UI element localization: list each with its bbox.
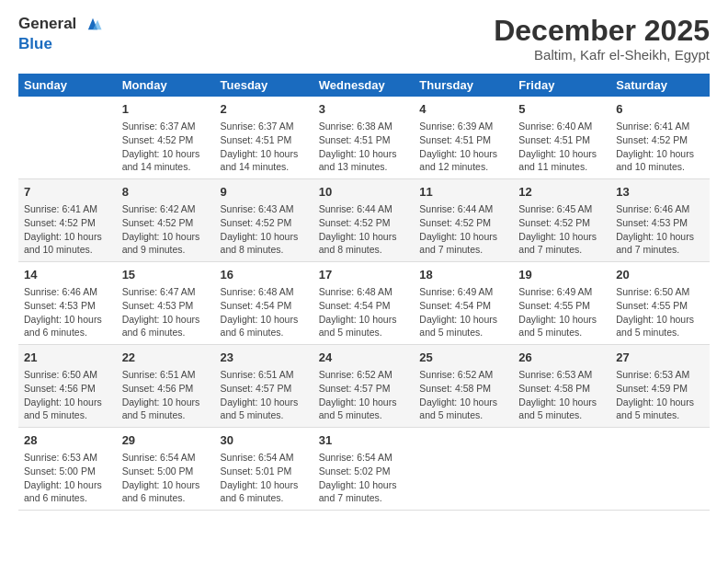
calendar-cell: 13Sunrise: 6:46 AMSunset: 4:53 PMDayligh…	[610, 179, 710, 262]
sunrise-info: Sunrise: 6:53 AM	[24, 451, 111, 465]
daylight-info: Daylight: 10 hours and 5 minutes.	[518, 396, 605, 422]
sunset-info: Sunset: 4:53 PM	[122, 299, 210, 313]
daylight-info: Daylight: 10 hours and 5 minutes.	[122, 396, 210, 422]
calendar-cell: 22Sunrise: 6:51 AMSunset: 4:56 PMDayligh…	[117, 345, 215, 428]
sunset-info: Sunset: 4:56 PM	[24, 382, 111, 396]
day-number: 27	[616, 350, 704, 366]
day-number: 26	[518, 350, 605, 366]
sunrise-info: Sunrise: 6:41 AM	[24, 202, 111, 216]
calendar-cell: 31Sunrise: 6:54 AMSunset: 5:02 PMDayligh…	[313, 427, 415, 510]
sunset-info: Sunset: 4:52 PM	[122, 133, 210, 147]
week-row-1: 1Sunrise: 6:37 AMSunset: 4:52 PMDaylight…	[18, 97, 710, 178]
daylight-info: Daylight: 10 hours and 5 minutes.	[419, 396, 507, 422]
column-header-tuesday: Tuesday	[215, 74, 313, 97]
day-number: 13	[616, 184, 704, 201]
sunrise-info: Sunrise: 6:54 AM	[221, 451, 308, 465]
daylight-info: Daylight: 10 hours and 6 minutes.	[122, 478, 210, 505]
sunrise-info: Sunrise: 6:52 AM	[319, 368, 409, 382]
calendar-cell: 4Sunrise: 6:39 AMSunset: 4:51 PMDaylight…	[414, 97, 513, 178]
daylight-info: Daylight: 10 hours and 5 minutes.	[221, 396, 308, 422]
sunrise-info: Sunrise: 6:54 AM	[122, 451, 210, 465]
sunrise-info: Sunrise: 6:47 AM	[122, 285, 210, 299]
sunrise-info: Sunrise: 6:51 AM	[221, 368, 308, 382]
title-block: December 2025 Baltim, Kafr el-Sheikh, Eg…	[494, 15, 710, 63]
sunrise-info: Sunrise: 6:41 AM	[616, 120, 704, 133]
day-number: 29	[122, 432, 210, 449]
calendar-cell: 10Sunrise: 6:44 AMSunset: 4:52 PMDayligh…	[313, 179, 415, 262]
calendar-cell: 3Sunrise: 6:38 AMSunset: 4:51 PMDaylight…	[313, 97, 415, 178]
daylight-info: Daylight: 10 hours and 5 minutes.	[518, 313, 605, 339]
header: General Blue December 2025 Baltim, Kafr …	[18, 15, 710, 63]
sunrise-info: Sunrise: 6:44 AM	[319, 202, 409, 216]
day-number: 28	[24, 432, 111, 449]
column-header-thursday: Thursday	[414, 74, 513, 97]
calendar-cell: 15Sunrise: 6:47 AMSunset: 4:53 PMDayligh…	[117, 262, 215, 345]
daylight-info: Daylight: 10 hours and 6 minutes.	[24, 313, 111, 339]
day-number: 21	[24, 350, 111, 366]
sunrise-info: Sunrise: 6:50 AM	[24, 368, 111, 382]
day-number: 25	[419, 350, 507, 366]
sunrise-info: Sunrise: 6:53 AM	[616, 368, 704, 382]
calendar-cell: 1Sunrise: 6:37 AMSunset: 4:52 PMDaylight…	[117, 97, 215, 178]
sunset-info: Sunset: 5:00 PM	[122, 465, 210, 478]
daylight-info: Daylight: 10 hours and 12 minutes.	[419, 147, 507, 174]
calendar-cell: 28Sunrise: 6:53 AMSunset: 5:00 PMDayligh…	[18, 427, 117, 510]
sunset-info: Sunset: 4:52 PM	[24, 216, 111, 230]
calendar-cell: 19Sunrise: 6:49 AMSunset: 4:55 PMDayligh…	[513, 262, 610, 345]
day-number: 2	[221, 101, 308, 118]
day-number: 18	[419, 267, 507, 283]
day-number: 7	[24, 184, 111, 201]
calendar-cell: 27Sunrise: 6:53 AMSunset: 4:59 PMDayligh…	[610, 345, 710, 428]
day-number: 22	[122, 350, 210, 366]
week-row-3: 14Sunrise: 6:46 AMSunset: 4:53 PMDayligh…	[18, 262, 710, 345]
daylight-info: Daylight: 10 hours and 8 minutes.	[221, 230, 308, 257]
daylight-info: Daylight: 10 hours and 8 minutes.	[319, 230, 409, 257]
sunrise-info: Sunrise: 6:38 AM	[319, 120, 409, 133]
calendar-table: SundayMondayTuesdayWednesdayThursdayFrid…	[18, 74, 710, 511]
calendar-cell: 17Sunrise: 6:48 AMSunset: 4:54 PMDayligh…	[313, 262, 415, 345]
daylight-info: Daylight: 10 hours and 5 minutes.	[419, 313, 507, 339]
day-number: 3	[319, 101, 409, 118]
sunset-info: Sunset: 4:53 PM	[616, 216, 704, 230]
day-number: 6	[616, 101, 704, 118]
sunset-info: Sunset: 4:52 PM	[518, 216, 605, 230]
daylight-info: Daylight: 10 hours and 5 minutes.	[24, 396, 111, 422]
sunset-info: Sunset: 4:58 PM	[518, 382, 605, 396]
sunset-info: Sunset: 4:51 PM	[518, 133, 605, 147]
calendar-cell: 7Sunrise: 6:41 AMSunset: 4:52 PMDaylight…	[18, 179, 117, 262]
calendar-cell	[18, 97, 117, 178]
sunrise-info: Sunrise: 6:53 AM	[518, 368, 605, 382]
calendar-cell: 5Sunrise: 6:40 AMSunset: 4:51 PMDaylight…	[513, 97, 610, 178]
calendar-cell: 25Sunrise: 6:52 AMSunset: 4:58 PMDayligh…	[414, 345, 513, 428]
page-container: General Blue December 2025 Baltim, Kafr …	[0, 0, 728, 520]
calendar-cell: 14Sunrise: 6:46 AMSunset: 4:53 PMDayligh…	[18, 262, 117, 345]
calendar-cell	[414, 427, 513, 510]
calendar-cell	[610, 427, 710, 510]
week-row-5: 28Sunrise: 6:53 AMSunset: 5:00 PMDayligh…	[18, 427, 710, 510]
day-number: 15	[122, 267, 210, 283]
calendar-cell: 6Sunrise: 6:41 AMSunset: 4:52 PMDaylight…	[610, 97, 710, 178]
sunrise-info: Sunrise: 6:42 AM	[122, 202, 210, 216]
daylight-info: Daylight: 10 hours and 5 minutes.	[616, 313, 704, 339]
logo-blue: Blue	[18, 35, 103, 53]
day-number: 23	[221, 350, 308, 366]
calendar-cell: 21Sunrise: 6:50 AMSunset: 4:56 PMDayligh…	[18, 345, 117, 428]
sunrise-info: Sunrise: 6:39 AM	[419, 120, 507, 133]
logo-text: General Blue	[18, 15, 103, 53]
daylight-info: Daylight: 10 hours and 6 minutes.	[122, 313, 210, 339]
day-number: 12	[518, 184, 605, 201]
sunset-info: Sunset: 4:52 PM	[419, 216, 507, 230]
sunrise-info: Sunrise: 6:40 AM	[518, 120, 605, 133]
sunrise-info: Sunrise: 6:49 AM	[518, 285, 605, 299]
sunset-info: Sunset: 4:56 PM	[122, 382, 210, 396]
sunrise-info: Sunrise: 6:46 AM	[616, 202, 704, 216]
sunrise-info: Sunrise: 6:46 AM	[24, 285, 111, 299]
daylight-info: Daylight: 10 hours and 11 minutes.	[518, 147, 605, 174]
sunrise-info: Sunrise: 6:44 AM	[419, 202, 507, 216]
sunset-info: Sunset: 5:01 PM	[221, 465, 308, 478]
daylight-info: Daylight: 10 hours and 6 minutes.	[221, 478, 308, 505]
sunrise-info: Sunrise: 6:37 AM	[221, 120, 308, 133]
daylight-info: Daylight: 10 hours and 9 minutes.	[122, 230, 210, 257]
day-number: 10	[319, 184, 409, 201]
daylight-info: Daylight: 10 hours and 7 minutes.	[616, 230, 704, 257]
